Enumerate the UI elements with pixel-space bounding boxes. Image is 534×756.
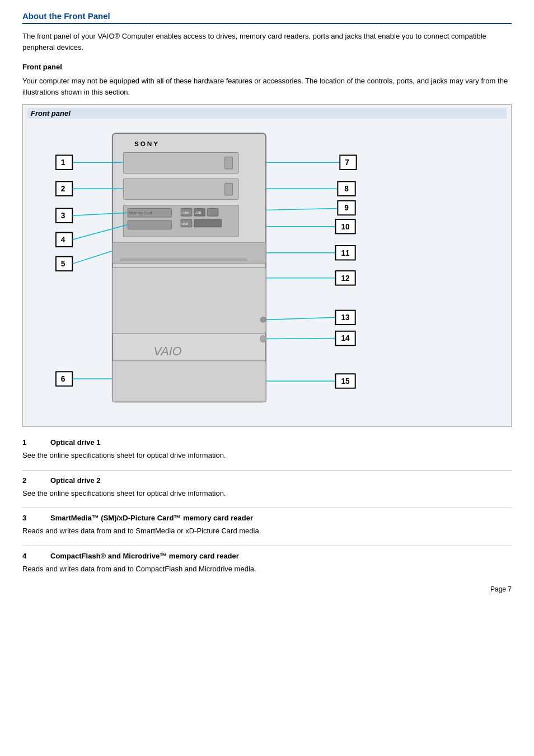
- item-list: 1 Optical drive 1 See the online specifi…: [22, 438, 512, 574]
- item-3-num: 3: [22, 514, 39, 522]
- item-4: 4 CompactFlash® and Microdrive™ memory c…: [22, 552, 512, 575]
- svg-text:4: 4: [61, 236, 65, 244]
- front-panel-body: Your computer may not be equipped with a…: [22, 76, 512, 97]
- svg-rect-14: [207, 208, 218, 216]
- front-panel-heading: Front panel: [22, 63, 512, 71]
- item-4-desc: Reads and writes data from and to Compac…: [22, 564, 512, 575]
- item-1-num: 1: [22, 438, 39, 447]
- svg-rect-2: [123, 153, 238, 173]
- item-2-label: Optical drive 2: [50, 476, 101, 485]
- svg-text:1: 1: [61, 158, 65, 167]
- front-panel-diagram: SONY Memory Card i.LNK USB USB: [27, 122, 507, 424]
- svg-text:5: 5: [61, 260, 65, 268]
- svg-text:3: 3: [61, 212, 65, 220]
- svg-line-63: [266, 317, 335, 320]
- item-3: 3 SmartMedia™ (SM)/xD-Picture Card™ memo…: [22, 514, 512, 537]
- svg-text:15: 15: [341, 377, 350, 386]
- item-2: 2 Optical drive 2 See the online specifi…: [22, 476, 512, 499]
- item-3-heading: 3 SmartMedia™ (SM)/xD-Picture Card™ memo…: [22, 514, 512, 522]
- svg-rect-5: [225, 183, 233, 195]
- item-1-desc: See the online specifications sheet for …: [22, 450, 512, 461]
- svg-text:SONY: SONY: [134, 140, 160, 147]
- svg-text:VAIO: VAIO: [153, 345, 182, 358]
- divider-2: [22, 508, 512, 508]
- intro-text: The front panel of your VAIO® Computer e…: [22, 31, 512, 53]
- item-3-label: SmartMedia™ (SM)/xD-Picture Card™ memory…: [50, 514, 253, 522]
- svg-text:13: 13: [341, 313, 350, 322]
- item-1: 1 Optical drive 1 See the online specifi…: [22, 438, 512, 461]
- item-1-heading: 1 Optical drive 1: [22, 438, 512, 447]
- svg-point-22: [260, 336, 266, 342]
- svg-rect-4: [123, 179, 238, 200]
- item-2-desc: See the online specifications sheet for …: [22, 488, 512, 499]
- item-4-label: CompactFlash® and Microdrive™ memory car…: [50, 552, 239, 560]
- svg-line-66: [266, 339, 335, 339]
- svg-text:10: 10: [341, 223, 350, 231]
- svg-rect-20: [113, 267, 266, 334]
- svg-text:i.LNK: i.LNK: [181, 211, 189, 214]
- svg-text:USB: USB: [181, 222, 188, 226]
- svg-text:12: 12: [341, 274, 350, 283]
- svg-rect-17: [194, 219, 222, 227]
- svg-rect-3: [225, 157, 233, 169]
- divider-3: [22, 546, 512, 546]
- svg-text:14: 14: [341, 334, 350, 342]
- svg-text:6: 6: [61, 375, 65, 383]
- svg-text:2: 2: [61, 185, 65, 193]
- svg-text:8: 8: [344, 185, 349, 193]
- svg-line-51: [266, 208, 337, 210]
- diagram-title: Front panel: [27, 108, 507, 119]
- svg-point-21: [260, 317, 266, 322]
- item-2-num: 2: [22, 476, 39, 485]
- divider-1: [22, 470, 512, 471]
- item-3-desc: Reads and writes data from and to SmartM…: [22, 525, 512, 537]
- item-1-label: Optical drive 1: [50, 438, 101, 447]
- svg-text:9: 9: [344, 204, 349, 212]
- item-4-num: 4: [22, 552, 39, 560]
- svg-text:USB: USB: [195, 211, 202, 214]
- diagram-box: Front panel SONY Memory Card i.LNK USB: [22, 104, 512, 427]
- svg-text:Memory Card: Memory Card: [129, 211, 152, 215]
- svg-line-39: [72, 251, 112, 264]
- svg-text:7: 7: [345, 158, 349, 167]
- page-footer: Page 7: [22, 585, 512, 593]
- item-4-heading: 4 CompactFlash® and Microdrive™ memory c…: [22, 552, 512, 560]
- item-2-heading: 2 Optical drive 2: [22, 476, 512, 485]
- svg-rect-19: [120, 259, 246, 261]
- svg-rect-9: [128, 220, 171, 229]
- svg-text:11: 11: [341, 249, 350, 257]
- page-title: About the Front Panel: [22, 11, 512, 24]
- svg-rect-23: [113, 361, 266, 402]
- diagram-area: SONY Memory Card i.LNK USB USB: [27, 122, 507, 424]
